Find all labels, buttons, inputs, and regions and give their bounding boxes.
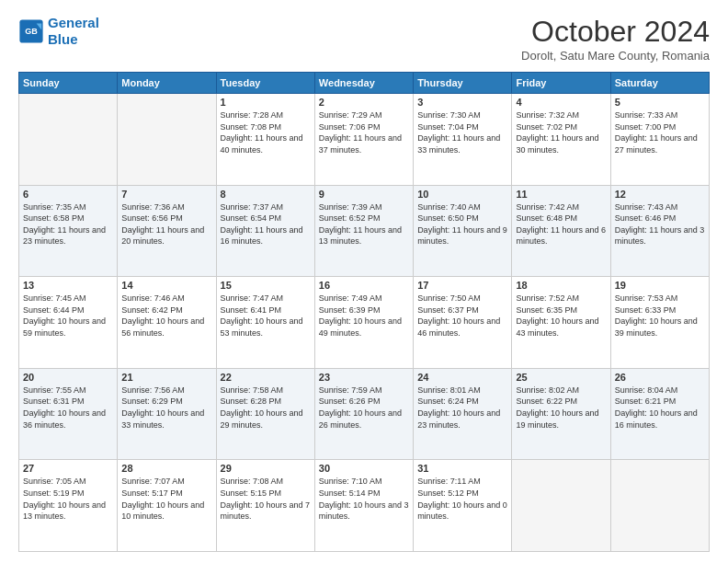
calendar-cell: 30Sunrise: 7:10 AM Sunset: 5:14 PM Dayli…	[314, 460, 413, 552]
day-info: Sunrise: 7:28 AM Sunset: 7:08 PM Dayligh…	[221, 109, 311, 155]
day-info: Sunrise: 7:47 AM Sunset: 6:41 PM Dayligh…	[221, 293, 311, 339]
logo-icon: GB	[18, 18, 44, 44]
day-info: Sunrise: 7:32 AM Sunset: 7:02 PM Dayligh…	[516, 109, 606, 155]
day-info: Sunrise: 7:07 AM Sunset: 5:17 PM Dayligh…	[121, 476, 211, 522]
col-sunday: Sunday	[19, 73, 118, 94]
calendar-cell: 9Sunrise: 7:39 AM Sunset: 6:52 PM Daylig…	[314, 185, 413, 277]
day-info: Sunrise: 7:56 AM Sunset: 6:29 PM Dayligh…	[121, 385, 211, 431]
day-number: 23	[319, 372, 409, 383]
calendar-cell: 29Sunrise: 7:08 AM Sunset: 5:15 PM Dayli…	[216, 460, 314, 552]
calendar-cell	[19, 94, 118, 186]
day-number: 17	[417, 280, 507, 291]
day-info: Sunrise: 8:02 AM Sunset: 6:22 PM Dayligh…	[516, 385, 606, 431]
day-number: 24	[417, 372, 507, 383]
day-number: 10	[417, 189, 507, 200]
calendar-cell: 20Sunrise: 7:55 AM Sunset: 6:31 PM Dayli…	[19, 368, 118, 460]
day-info: Sunrise: 7:49 AM Sunset: 6:39 PM Dayligh…	[319, 293, 409, 339]
day-info: Sunrise: 7:50 AM Sunset: 6:37 PM Dayligh…	[417, 293, 507, 339]
col-monday: Monday	[118, 73, 216, 94]
header-row: Sunday Monday Tuesday Wednesday Thursday…	[19, 73, 710, 94]
col-saturday: Saturday	[610, 73, 709, 94]
calendar-cell: 7Sunrise: 7:36 AM Sunset: 6:56 PM Daylig…	[118, 185, 216, 277]
day-number: 4	[516, 97, 606, 108]
calendar-table: Sunday Monday Tuesday Wednesday Thursday…	[18, 72, 710, 552]
day-info: Sunrise: 7:08 AM Sunset: 5:15 PM Dayligh…	[221, 476, 311, 522]
col-wednesday: Wednesday	[314, 73, 413, 94]
day-info: Sunrise: 7:39 AM Sunset: 6:52 PM Dayligh…	[319, 201, 409, 247]
day-number: 12	[615, 189, 705, 200]
day-info: Sunrise: 7:46 AM Sunset: 6:42 PM Dayligh…	[121, 293, 211, 339]
calendar-cell: 2Sunrise: 7:29 AM Sunset: 7:06 PM Daylig…	[314, 94, 413, 186]
day-number: 6	[23, 189, 113, 200]
day-number: 14	[121, 280, 211, 291]
calendar-cell	[118, 94, 216, 186]
logo: GB General Blue	[18, 15, 99, 48]
day-number: 28	[121, 463, 211, 474]
col-tuesday: Tuesday	[216, 73, 314, 94]
calendar-week-3: 13Sunrise: 7:45 AM Sunset: 6:44 PM Dayli…	[19, 277, 710, 369]
day-info: Sunrise: 7:10 AM Sunset: 5:14 PM Dayligh…	[319, 476, 409, 522]
calendar-cell: 27Sunrise: 7:05 AM Sunset: 5:19 PM Dayli…	[19, 460, 118, 552]
calendar-cell: 14Sunrise: 7:46 AM Sunset: 6:42 PM Dayli…	[118, 277, 216, 369]
svg-text:GB: GB	[25, 27, 38, 36]
calendar-cell: 13Sunrise: 7:45 AM Sunset: 6:44 PM Dayli…	[19, 277, 118, 369]
calendar-cell: 12Sunrise: 7:43 AM Sunset: 6:46 PM Dayli…	[610, 185, 709, 277]
day-number: 1	[221, 97, 311, 108]
day-info: Sunrise: 7:37 AM Sunset: 6:54 PM Dayligh…	[221, 201, 311, 247]
calendar-cell: 22Sunrise: 7:58 AM Sunset: 6:28 PM Dayli…	[216, 368, 314, 460]
calendar-week-1: 1Sunrise: 7:28 AM Sunset: 7:08 PM Daylig…	[19, 94, 710, 186]
day-number: 20	[23, 372, 113, 383]
calendar-cell	[512, 460, 610, 552]
calendar-cell: 11Sunrise: 7:42 AM Sunset: 6:48 PM Dayli…	[512, 185, 610, 277]
day-info: Sunrise: 7:33 AM Sunset: 7:00 PM Dayligh…	[615, 109, 705, 155]
day-info: Sunrise: 7:11 AM Sunset: 5:12 PM Dayligh…	[417, 476, 507, 522]
calendar-cell: 3Sunrise: 7:30 AM Sunset: 7:04 PM Daylig…	[414, 94, 512, 186]
day-number: 15	[221, 280, 311, 291]
location-subtitle: Dorolt, Satu Mare County, Romania	[521, 49, 710, 63]
day-number: 27	[23, 463, 113, 474]
calendar-cell: 19Sunrise: 7:53 AM Sunset: 6:33 PM Dayli…	[610, 277, 709, 369]
col-friday: Friday	[512, 73, 610, 94]
calendar-cell: 31Sunrise: 7:11 AM Sunset: 5:12 PM Dayli…	[414, 460, 512, 552]
day-info: Sunrise: 7:35 AM Sunset: 6:58 PM Dayligh…	[23, 201, 113, 247]
calendar-cell: 17Sunrise: 7:50 AM Sunset: 6:37 PM Dayli…	[414, 277, 512, 369]
calendar-cell: 23Sunrise: 7:59 AM Sunset: 6:26 PM Dayli…	[314, 368, 413, 460]
day-number: 2	[319, 97, 409, 108]
day-info: Sunrise: 7:53 AM Sunset: 6:33 PM Dayligh…	[615, 293, 705, 339]
day-number: 9	[319, 189, 409, 200]
logo-text: General Blue	[48, 15, 99, 48]
day-number: 18	[516, 280, 606, 291]
day-info: Sunrise: 7:52 AM Sunset: 6:35 PM Dayligh…	[516, 293, 606, 339]
calendar-cell: 21Sunrise: 7:56 AM Sunset: 6:29 PM Dayli…	[118, 368, 216, 460]
day-info: Sunrise: 7:58 AM Sunset: 6:28 PM Dayligh…	[221, 385, 311, 431]
calendar-cell: 5Sunrise: 7:33 AM Sunset: 7:00 PM Daylig…	[610, 94, 709, 186]
calendar-cell: 18Sunrise: 7:52 AM Sunset: 6:35 PM Dayli…	[512, 277, 610, 369]
calendar-cell: 1Sunrise: 7:28 AM Sunset: 7:08 PM Daylig…	[216, 94, 314, 186]
col-thursday: Thursday	[414, 73, 512, 94]
day-info: Sunrise: 7:05 AM Sunset: 5:19 PM Dayligh…	[23, 476, 113, 522]
header: GB General Blue October 2024 Dorolt, Sat…	[18, 15, 710, 63]
day-info: Sunrise: 8:01 AM Sunset: 6:24 PM Dayligh…	[417, 385, 507, 431]
day-number: 5	[615, 97, 705, 108]
day-number: 22	[221, 372, 311, 383]
calendar-cell	[610, 460, 709, 552]
day-info: Sunrise: 7:36 AM Sunset: 6:56 PM Dayligh…	[121, 201, 211, 247]
calendar-cell: 10Sunrise: 7:40 AM Sunset: 6:50 PM Dayli…	[414, 185, 512, 277]
day-number: 8	[221, 189, 311, 200]
month-title: October 2024	[521, 15, 710, 49]
calendar-cell: 4Sunrise: 7:32 AM Sunset: 7:02 PM Daylig…	[512, 94, 610, 186]
day-info: Sunrise: 7:40 AM Sunset: 6:50 PM Dayligh…	[417, 201, 507, 247]
calendar-cell: 15Sunrise: 7:47 AM Sunset: 6:41 PM Dayli…	[216, 277, 314, 369]
calendar-cell: 24Sunrise: 8:01 AM Sunset: 6:24 PM Dayli…	[414, 368, 512, 460]
day-info: Sunrise: 8:04 AM Sunset: 6:21 PM Dayligh…	[615, 385, 705, 431]
title-block: October 2024 Dorolt, Satu Mare County, R…	[521, 15, 710, 63]
calendar-cell: 25Sunrise: 8:02 AM Sunset: 6:22 PM Dayli…	[512, 368, 610, 460]
day-number: 16	[319, 280, 409, 291]
calendar-cell: 8Sunrise: 7:37 AM Sunset: 6:54 PM Daylig…	[216, 185, 314, 277]
day-number: 3	[417, 97, 507, 108]
calendar-cell: 28Sunrise: 7:07 AM Sunset: 5:17 PM Dayli…	[118, 460, 216, 552]
day-info: Sunrise: 7:42 AM Sunset: 6:48 PM Dayligh…	[516, 201, 606, 247]
day-number: 11	[516, 189, 606, 200]
calendar-cell: 16Sunrise: 7:49 AM Sunset: 6:39 PM Dayli…	[314, 277, 413, 369]
day-info: Sunrise: 7:30 AM Sunset: 7:04 PM Dayligh…	[417, 109, 507, 155]
